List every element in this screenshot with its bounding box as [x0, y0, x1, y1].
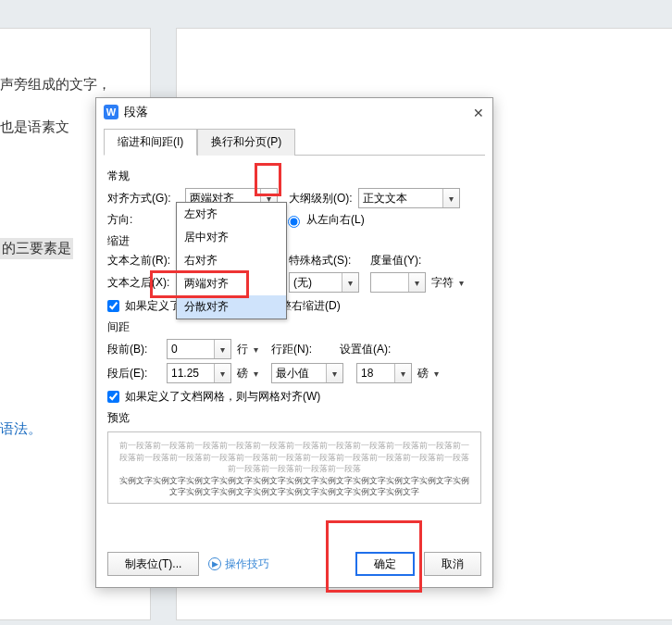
- tab-indent-spacing[interactable]: 缩进和间距(I): [104, 129, 197, 156]
- alignment-dropdown-list: 左对齐 居中对齐 右对齐 两端对齐 分散对齐: [176, 202, 287, 319]
- chevron-down-icon: ▾: [254, 344, 258, 355]
- play-circle-icon: ▶: [208, 557, 221, 570]
- set-value-label: 设置值(A):: [340, 342, 391, 357]
- paragraph-dialog: W 段落 ✕ 缩进和间距(I) 换行和分页(P) 常规 对齐方式(G): ▾ 大…: [95, 97, 493, 588]
- alignment-option-right[interactable]: 右对齐: [177, 249, 286, 272]
- chevron-down-icon: ▾: [459, 278, 464, 288]
- alignment-option-left[interactable]: 左对齐: [177, 203, 286, 226]
- bg-line-1: 声旁组成的文字，: [0, 76, 111, 94]
- help-tips-link[interactable]: ▶ 操作技巧: [208, 556, 269, 572]
- special-format-combo[interactable]: [289, 272, 359, 293]
- alignment-option-distribute[interactable]: 分散对齐: [177, 295, 286, 319]
- direction-ltr-text: 从左向右(L): [306, 212, 365, 228]
- after-value-input[interactable]: [167, 363, 231, 383]
- before-unit-label: 行: [237, 342, 248, 357]
- tabstops-button[interactable]: 制表位(T)...: [107, 552, 199, 576]
- section-preview: 预览: [107, 410, 481, 426]
- tab-line-page-break[interactable]: 换行和分页(P): [197, 129, 295, 156]
- preview-box: 前一段落前一段落前一段落前一段落前一段落前一段落前一段落前一段落前一段落前一段落…: [107, 431, 481, 504]
- after-unit-label: 磅: [237, 366, 248, 381]
- direction-label: 方向:: [107, 212, 180, 228]
- after-label: 段后(E):: [107, 366, 161, 381]
- grid-align-checkbox[interactable]: [107, 391, 119, 403]
- ok-button[interactable]: 确定: [355, 552, 415, 576]
- outline-label: 大纲级别(O):: [289, 191, 353, 206]
- dialog-body: 常规 对齐方式(G): ▾ 大纲级别(O): ▾ 方向: 从左向右(L) 缩进 …: [96, 156, 492, 544]
- before-value-input[interactable]: [167, 339, 231, 359]
- set-value-input[interactable]: [356, 363, 412, 383]
- line-spacing-label: 行距(N):: [271, 342, 327, 357]
- close-icon[interactable]: ✕: [470, 105, 487, 121]
- special-format-label: 特殊格式(S):: [289, 253, 359, 269]
- direction-ltr-radio[interactable]: 从左向右(L): [283, 212, 365, 228]
- preview-sample-text: 实例文字实例文字实例文字实例文字实例文字实例文字实例文字实例文字实例文字实例文字…: [116, 475, 473, 498]
- alignment-option-center[interactable]: 居中对齐: [177, 226, 286, 249]
- alignment-option-justify[interactable]: 两端对齐: [177, 272, 286, 295]
- line-spacing-combo[interactable]: [271, 363, 343, 383]
- dialog-titlebar: W 段落 ✕: [96, 98, 492, 126]
- section-indent: 缩进: [107, 233, 481, 249]
- outline-combo[interactable]: [358, 188, 460, 208]
- alignment-label: 对齐方式(G):: [107, 191, 180, 206]
- grid-align-label: 如果定义了文档网格，则与网格对齐(W): [125, 389, 320, 405]
- measure-unit-label: 字符: [431, 275, 454, 291]
- help-tips-label: 操作技巧: [225, 556, 269, 572]
- chevron-down-icon: ▾: [434, 369, 439, 379]
- cancel-button[interactable]: 取消: [424, 552, 481, 576]
- set-value-unit-label: 磅: [417, 366, 429, 381]
- text-before-label: 文本之前(R):: [107, 253, 180, 269]
- app-icon: W: [104, 105, 118, 119]
- dialog-title: 段落: [124, 104, 148, 120]
- preview-gray-text: 前一段落前一段落前一段落前一段落前一段落前一段落前一段落前一段落前一段落前一段落…: [116, 440, 473, 475]
- measure-value-input[interactable]: [370, 272, 426, 293]
- auto-adjust-right-indent-checkbox[interactable]: [107, 300, 119, 312]
- dialog-tabs: 缩进和间距(I) 换行和分页(P): [96, 128, 492, 155]
- measure-label: 度量值(Y):: [370, 253, 421, 269]
- direction-ltr-input[interactable]: [288, 216, 300, 228]
- before-label: 段前(B):: [107, 342, 161, 357]
- dialog-footer: 制表位(T)... ▶ 操作技巧 确定 取消: [96, 544, 492, 587]
- section-general: 常规: [107, 169, 481, 184]
- text-after-label: 文本之后(X):: [107, 275, 180, 291]
- chevron-down-icon: ▾: [254, 369, 258, 379]
- bg-line-2: 也是语素文: [0, 119, 69, 136]
- bg-line-4: 语法。: [0, 420, 42, 438]
- section-spacing: 间距: [107, 319, 481, 335]
- bg-line-3: 的三要素是: [0, 238, 73, 259]
